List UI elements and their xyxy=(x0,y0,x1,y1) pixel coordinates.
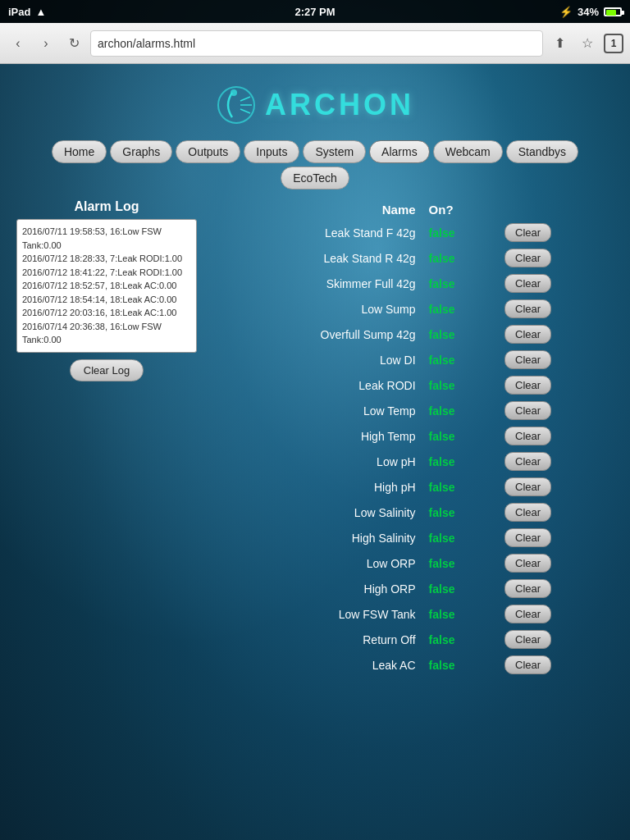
log-entry-6: 2016/07/14 20:36:38, 16:Low FSW Tank:0.0… xyxy=(22,320,191,347)
alarm-name-15: Low FSW Tank xyxy=(213,601,422,627)
alarm-status-6: false xyxy=(422,372,498,398)
page-content: ARCHON Home Graphs Outputs Inputs System… xyxy=(0,64,630,710)
alarm-status-3: false xyxy=(422,296,498,322)
clear-button-12[interactable]: Clear xyxy=(504,528,551,547)
alarm-status-13: false xyxy=(422,550,498,576)
log-entry-2: 2016/07/12 18:41:22, 7:Leak RODI:1.00 xyxy=(22,266,191,280)
svg-line-2 xyxy=(240,97,250,101)
clear-button-13[interactable]: Clear xyxy=(504,554,551,573)
clear-button-9[interactable]: Clear xyxy=(504,452,551,471)
alarm-row: Low TempfalseClear xyxy=(213,398,614,423)
clear-log-button[interactable]: Clear Log xyxy=(70,359,144,381)
nav-inputs[interactable]: Inputs xyxy=(244,140,299,163)
log-entry-1: 2016/07/12 18:28:33, 7:Leak RODI:1.00 xyxy=(22,252,191,266)
alarm-status-2: false xyxy=(422,271,498,296)
alarm-clear-cell-5: Clear xyxy=(498,347,614,372)
alarm-name-0: Leak Stand F 42g xyxy=(213,220,422,245)
alarm-name-13: Low ORP xyxy=(213,550,422,576)
alarm-name-11: Low Salinity xyxy=(213,500,422,525)
clear-button-5[interactable]: Clear xyxy=(504,350,551,369)
alarm-row: High SalinityfalseClear xyxy=(213,525,614,550)
clear-button-15[interactable]: Clear xyxy=(504,605,551,623)
nav-graphs[interactable]: Graphs xyxy=(110,140,172,163)
forward-button[interactable]: › xyxy=(34,32,57,55)
nav-ecotech[interactable]: EcoTech xyxy=(281,167,349,189)
alarm-status-17: false xyxy=(422,652,498,678)
clear-button-2[interactable]: Clear xyxy=(504,274,551,293)
alarm-row: Leak ACfalseClear xyxy=(213,652,614,678)
clear-button-14[interactable]: Clear xyxy=(504,579,551,598)
alarm-status-16: false xyxy=(422,627,498,652)
clear-button-1[interactable]: Clear xyxy=(504,249,551,267)
log-entry-4: 2016/07/12 18:54:14, 18:Leak AC:0.00 xyxy=(22,293,191,307)
nav-system[interactable]: System xyxy=(303,140,366,163)
clear-button-7[interactable]: Clear xyxy=(504,401,551,420)
alarm-name-8: High Temp xyxy=(213,423,422,449)
alarm-status-0: false xyxy=(422,220,498,245)
alarm-clear-cell-3: Clear xyxy=(498,296,614,322)
clear-button-6[interactable]: Clear xyxy=(504,376,551,395)
alarm-name-17: Leak AC xyxy=(213,652,422,678)
nav-home[interactable]: Home xyxy=(52,140,107,163)
alarm-row: Low ORPfalseClear xyxy=(213,550,614,576)
alarm-clear-cell-10: Clear xyxy=(498,474,614,500)
alarm-log-box: 2016/07/11 19:58:53, 16:Low FSW Tank:0.0… xyxy=(16,219,197,353)
alarm-status-14: false xyxy=(422,576,498,601)
logo-symbol xyxy=(216,84,257,126)
nav-outputs[interactable]: Outputs xyxy=(176,140,240,163)
alarm-name-10: High pH xyxy=(213,474,422,500)
carrier-label: iPad xyxy=(8,6,30,18)
alarm-clear-cell-0: Clear xyxy=(498,220,614,245)
alarm-row: Low pHfalseClear xyxy=(213,449,614,474)
alarm-status-4: false xyxy=(422,322,498,347)
alarm-row: Low SalinityfalseClear xyxy=(213,500,614,525)
browser-chrome: ‹ › ↻ archon/alarms.html ⬆ ☆ 1 xyxy=(0,23,630,64)
wifi-icon: ▲ xyxy=(35,6,46,18)
share-button[interactable]: ⬆ xyxy=(548,32,571,55)
nav-webcam[interactable]: Webcam xyxy=(433,140,503,163)
alarm-row: Leak RODIfalseClear xyxy=(213,372,614,398)
nav-menu: Home Graphs Outputs Inputs System Alarms… xyxy=(16,140,614,189)
bookmark-button[interactable]: ☆ xyxy=(576,32,599,55)
alarm-clear-cell-16: Clear xyxy=(498,627,614,652)
logo-container: ARCHON xyxy=(16,72,614,134)
nav-standbys[interactable]: Standbys xyxy=(506,140,578,163)
alarm-clear-cell-4: Clear xyxy=(498,322,614,347)
clear-button-3[interactable]: Clear xyxy=(504,299,551,318)
alarm-table: Name On? Leak Stand F 42gfalseClearLeak … xyxy=(213,199,614,678)
clear-button-0[interactable]: Clear xyxy=(504,223,551,242)
url-text: archon/alarms.html xyxy=(98,37,195,50)
alarm-row: Overfull Sump 42gfalseClear xyxy=(213,322,614,347)
clear-button-4[interactable]: Clear xyxy=(504,325,551,344)
alarm-status-1: false xyxy=(422,245,498,271)
alarm-name-2: Skimmer Full 42g xyxy=(213,271,422,296)
back-button[interactable]: ‹ xyxy=(7,32,30,55)
clear-button-10[interactable]: Clear xyxy=(504,477,551,496)
alarm-clear-cell-6: Clear xyxy=(498,372,614,398)
logo-text: ARCHON xyxy=(265,88,414,122)
time-display: 2:27 PM xyxy=(294,6,335,18)
bluetooth-icon: ⚡ xyxy=(559,6,573,18)
alarm-log-title: Alarm Log xyxy=(16,199,197,214)
tab-count[interactable]: 1 xyxy=(604,34,623,53)
alarm-name-7: Low Temp xyxy=(213,398,422,423)
reload-button[interactable]: ↻ xyxy=(62,32,85,55)
alarm-status-7: false xyxy=(422,398,498,423)
clear-button-8[interactable]: Clear xyxy=(504,427,551,445)
alarm-status-5: false xyxy=(422,347,498,372)
alarm-name-5: Low DI xyxy=(213,347,422,372)
col-header-on: On? xyxy=(422,199,498,220)
clear-button-17[interactable]: Clear xyxy=(504,655,551,674)
alarm-clear-cell-9: Clear xyxy=(498,449,614,474)
alarm-clear-cell-15: Clear xyxy=(498,601,614,627)
clear-button-11[interactable]: Clear xyxy=(504,503,551,522)
alarm-clear-cell-14: Clear xyxy=(498,576,614,601)
alarm-name-1: Leak Stand R 42g xyxy=(213,245,422,271)
nav-alarms[interactable]: Alarms xyxy=(369,140,430,163)
alarm-row: Leak Stand R 42gfalseClear xyxy=(213,245,614,271)
log-entry-3: 2016/07/12 18:52:57, 18:Leak AC:0.00 xyxy=(22,279,191,293)
log-entry-5: 2016/07/12 20:03:16, 18:Leak AC:1.00 xyxy=(22,306,191,320)
address-bar[interactable]: archon/alarms.html xyxy=(90,30,543,57)
alarm-row: High TempfalseClear xyxy=(213,423,614,449)
clear-button-16[interactable]: Clear xyxy=(504,630,551,649)
